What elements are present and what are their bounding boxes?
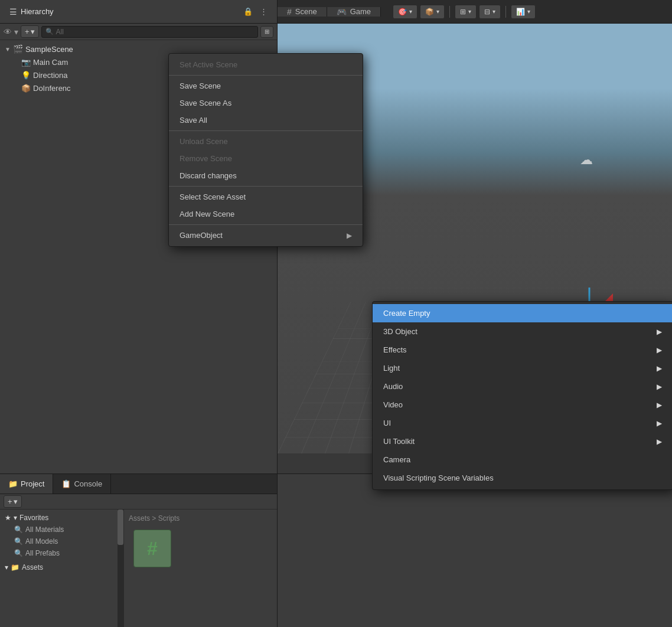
tab-project[interactable]: 📁 Project [0, 474, 53, 494]
hierarchy-toolbar: 👁 ▾ + ▾ 🔍 All ⊞ [0, 24, 277, 40]
toolbar-separator-2 [505, 6, 506, 18]
filter-icon[interactable]: ▾ [14, 27, 18, 37]
submenu-label-visual-scripting: Visual Scripting Scene Variables [383, 473, 494, 482]
assets-folder-icon: 📁 [11, 563, 19, 572]
chevron-icon-1: ▾ [409, 8, 412, 15]
tab-game-label: Game [350, 7, 371, 16]
tab-console-label: Console [74, 479, 102, 488]
menu-item-select-scene-asset[interactable]: Select Scene Asset [169, 188, 363, 205]
menu-item-discard-changes[interactable]: Discard changes [169, 167, 363, 184]
submenu-item-light[interactable]: Light ▶ [373, 359, 672, 377]
submenu-label-audio: Audio [383, 382, 403, 391]
hierarchy-search[interactable]: 🔍 All [41, 26, 258, 38]
tab-console[interactable]: 📋 Console [53, 474, 111, 494]
tab-hierarchy[interactable]: ☰ Hierarchy 🔒 ⋮ [0, 0, 278, 23]
favorites-folder[interactable]: ★ ▾ Favorites [0, 512, 123, 524]
submenu-item-3d-object[interactable]: 3D Object ▶ [373, 322, 672, 341]
light-icon: 💡 [21, 71, 31, 80]
eye-icon[interactable]: 👁 [4, 27, 12, 37]
submenu-label-video: Video [383, 400, 403, 409]
scene-tool-btn-2[interactable]: 📦 ▾ [420, 5, 445, 19]
scene-stats-btn[interactable]: 📊 ▾ [511, 5, 536, 19]
bottom-content: ★ ▾ Favorites 🔍 All Materials 🔍 All Mode… [0, 510, 277, 627]
menu-label-unload-scene: Unload Scene [180, 137, 228, 146]
scene-folder-icon: 🎬 [13, 44, 23, 54]
scrollbar-thumb[interactable] [118, 510, 123, 545]
menu-label-save-all: Save All [180, 116, 207, 125]
bottom-toolbar: + ▾ [0, 494, 277, 510]
breadcrumb: Assets > Scripts [129, 514, 272, 525]
menu-item-unload-scene[interactable]: Unload Scene [169, 133, 363, 150]
label-all-materials: All Materials [25, 525, 64, 534]
top-tabs-bar: ☰ Hierarchy 🔒 ⋮ # Scene 🎮 Game 🎯 ▾ 📦 ▾ [0, 0, 672, 24]
submenu-item-create-empty[interactable]: Create Empty [373, 304, 672, 322]
grid-icon: ⊞ [460, 8, 466, 16]
scene-render-btn[interactable]: ⊟ ▾ [479, 5, 501, 19]
submenu-item-visual-scripting[interactable]: Visual Scripting Scene Variables [373, 469, 672, 487]
submenu-label-3d-object: 3D Object [383, 327, 417, 336]
menu-label-discard-changes: Discard changes [180, 171, 237, 180]
submenu-item-video[interactable]: Video ▶ [373, 396, 672, 414]
hash-icon: # [147, 538, 158, 560]
chevron-icon-5: ▾ [527, 8, 530, 15]
filter-button[interactable]: ⊞ [260, 26, 273, 38]
plus-icon: + [25, 27, 30, 36]
sidebar-scrollbar[interactable] [118, 510, 123, 627]
label-all-prefabs: All Prefabs [25, 549, 60, 557]
menu-item-add-new-scene[interactable]: Add New Scene [169, 205, 363, 223]
label-all-models: All Models [25, 537, 58, 546]
menu-item-save-scene[interactable]: Save Scene [169, 77, 363, 94]
menu-item-gameobject[interactable]: GameObject ▶ [169, 227, 363, 244]
assets-label: Assets [22, 563, 43, 572]
menu-item-save-scene-as[interactable]: Save Scene As [169, 94, 363, 112]
scene-tool-btn-1[interactable]: 🎯 ▾ [393, 5, 417, 19]
toolbar-separator-1 [449, 6, 450, 18]
asset-item-scripts[interactable]: # [129, 530, 176, 567]
cube-icon: 📦 [425, 8, 434, 16]
chevron-icon-bottom: ▾ [14, 497, 18, 506]
bottom-tabs: 📁 Project 📋 Console [0, 474, 277, 494]
submenu-item-audio[interactable]: Audio ▶ [373, 377, 672, 396]
menu-label-set-active: Set Active Scene [180, 60, 237, 69]
render-icon: ⊟ [484, 8, 490, 16]
menu-item-save-all[interactable]: Save All [169, 112, 363, 129]
submenu-label-camera: Camera [383, 455, 410, 464]
sidebar-item-all-prefabs[interactable]: 🔍 All Prefabs [0, 547, 123, 559]
bottom-left-panel: 📁 Project 📋 Console + ▾ ★ ▾ Favorites [0, 474, 278, 627]
project-add-button[interactable]: + ▾ [4, 495, 22, 508]
submenu-arrow-video: ▶ [657, 401, 662, 409]
submenu-label-light: Light [383, 364, 400, 373]
star-icon: ★ [5, 514, 11, 522]
scene-grid-icon: # [287, 7, 292, 17]
tab-game[interactable]: 🎮 Game [327, 7, 381, 17]
target-icon: 🎯 [398, 8, 407, 16]
assets-expand-arrow: ▾ [5, 563, 8, 572]
hierarchy-list-icon: ☰ [9, 7, 17, 17]
submenu-label-ui-toolkit: UI Toolkit [383, 437, 415, 446]
add-chevron-icon: ▾ [31, 27, 35, 36]
item-name-directional: Directiona [33, 71, 68, 80]
sidebar-item-all-models[interactable]: 🔍 All Models [0, 535, 123, 547]
submenu-label-ui: UI [383, 419, 391, 427]
menu-item-remove-scene[interactable]: Remove Scene [169, 150, 363, 167]
chevron-icon-3: ▾ [468, 8, 471, 15]
sidebar-item-all-materials[interactable]: 🔍 All Materials [0, 524, 123, 535]
chevron-icon-4: ▾ [492, 8, 495, 15]
submenu-item-ui[interactable]: UI ▶ [373, 414, 672, 432]
chevron-icon-2: ▾ [436, 8, 439, 15]
add-hierarchy-button[interactable]: + ▾ [21, 25, 39, 38]
submenu-arrow-effects: ▶ [657, 346, 662, 354]
tab-scene[interactable]: # Scene [278, 7, 327, 17]
asset-icon-scripts: # [133, 530, 171, 567]
lock-icon: 🔒 [243, 7, 253, 16]
project-folder-icon: 📁 [8, 479, 18, 488]
submenu-item-effects[interactable]: Effects ▶ [373, 341, 672, 359]
menu-item-set-active-scene[interactable]: Set Active Scene [169, 56, 363, 73]
tab-hierarchy-label: Hierarchy [21, 7, 54, 16]
submenu-item-camera[interactable]: Camera [373, 450, 672, 469]
assets-folder[interactable]: ▾ 📁 Assets [0, 561, 123, 573]
scene-grid-btn[interactable]: ⊞ ▾ [455, 5, 477, 19]
submenu-arrow-ui: ▶ [657, 419, 662, 427]
search-icon-prefabs: 🔍 [14, 549, 23, 557]
submenu-item-ui-toolkit[interactable]: UI Toolkit ▶ [373, 432, 672, 450]
